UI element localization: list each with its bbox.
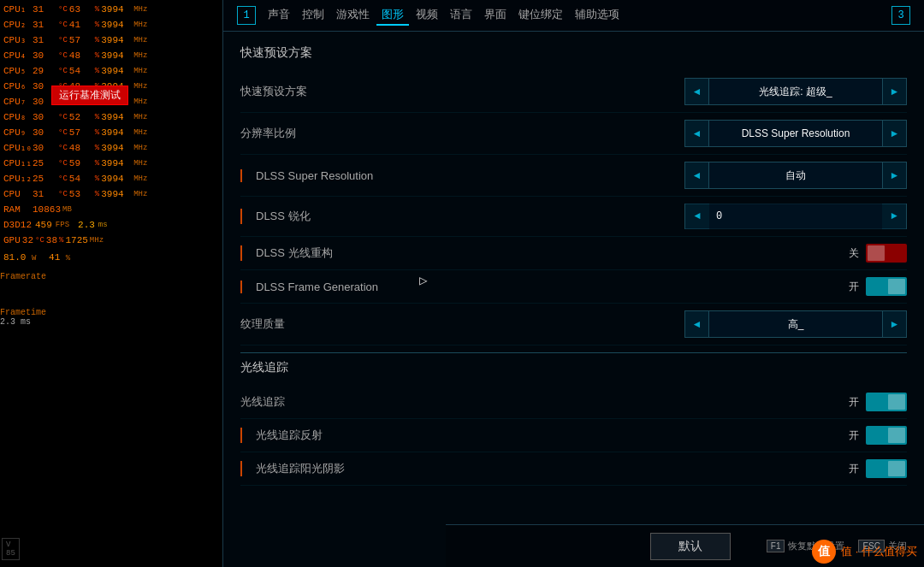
rt-shadow-label: 光线追踪阳光阴影 bbox=[240, 461, 345, 476]
default-button[interactable]: 默认 bbox=[650, 533, 731, 560]
cpu-deg: °C bbox=[58, 125, 68, 140]
quick-preset-control[interactable]: ◄ 光线追踪: 超级_ ► bbox=[684, 78, 907, 105]
cpu-label: CPU bbox=[3, 186, 31, 202]
d3d12-label: D3D12 bbox=[3, 217, 32, 233]
cpu-row: CPU₁₀ 30 °C 48 % 3994 MHz bbox=[3, 140, 215, 156]
cpu-label: CPU₃ bbox=[3, 32, 31, 48]
cpu-mhz: 3994 bbox=[101, 32, 132, 48]
cpu-pct-sym: % bbox=[95, 109, 99, 125]
resolution-left-btn[interactable]: ◄ bbox=[685, 121, 709, 146]
cpu-deg: °C bbox=[58, 17, 68, 32]
cpu-deg: °C bbox=[58, 48, 68, 63]
cpu-row: CPU 31 °C 53 % 3994 MHz bbox=[3, 186, 215, 202]
gpu-extra2-unit: % bbox=[66, 254, 70, 263]
cpu-row: CPU₁ 31 °C 63 % 3994 MHz bbox=[3, 2, 215, 17]
cpu-label: CPU₈ bbox=[3, 109, 31, 125]
nav-item-辅助选项[interactable]: 辅助选项 bbox=[570, 5, 625, 26]
dlss-sharp-right-btn[interactable]: ► bbox=[882, 204, 906, 229]
quick-preset-right-btn[interactable]: ► bbox=[882, 79, 906, 104]
nav-item-语言[interactable]: 语言 bbox=[445, 5, 477, 26]
benchmark-badge[interactable]: 运行基准测试 bbox=[51, 86, 128, 105]
dlss-sharp-control[interactable]: ◄ 0 ► bbox=[684, 204, 907, 229]
cpu-mhz-unit: MHz bbox=[133, 186, 147, 202]
dlss-sharp-left-btn[interactable]: ◄ bbox=[685, 204, 709, 229]
resolution-right-btn[interactable]: ► bbox=[882, 121, 906, 146]
cpu-temp: 31 bbox=[33, 186, 56, 202]
settings-panel: 1 声音控制游戏性图形视频语言界面键位绑定辅助选项 3 快速预设方案 快速预设方… bbox=[222, 0, 924, 567]
cpu-temp: 30 bbox=[33, 140, 56, 156]
cpu-deg: °C bbox=[58, 109, 68, 125]
dlss-rr-toggle[interactable] bbox=[866, 244, 907, 263]
dlss-sr-value: 自动 bbox=[709, 162, 882, 188]
dlss-sr-left-btn[interactable]: ◄ bbox=[685, 162, 709, 188]
cpu-deg: °C bbox=[58, 186, 68, 202]
dlss-sr-control[interactable]: ◄ 自动 ► bbox=[684, 162, 907, 189]
cpu-mhz: 3994 bbox=[101, 2, 132, 17]
rt-reflection-toggle[interactable] bbox=[866, 426, 907, 445]
setting-row-dlss-sr: DLSS Super Resolution ◄ 自动 ► bbox=[240, 155, 907, 197]
dlss-fg-toggle[interactable] bbox=[866, 277, 907, 296]
nav-item-游戏性[interactable]: 游戏性 bbox=[331, 5, 375, 26]
resolution-control[interactable]: ◄ DLSS Super Resolution ► bbox=[684, 120, 907, 147]
cpu-pct-sym: % bbox=[95, 32, 99, 48]
nav-bar: 1 声音控制游戏性图形视频语言界面键位绑定辅助选项 3 bbox=[223, 0, 924, 32]
texture-right-btn[interactable]: ► bbox=[882, 311, 906, 337]
cpu-pct-sym: % bbox=[95, 140, 99, 156]
rt-shadow-state: 开 bbox=[849, 462, 859, 476]
cpu-row: CPU₂ 31 °C 41 % 3994 MHz bbox=[3, 17, 215, 32]
cpu-pct-sym: % bbox=[95, 48, 99, 63]
cpu-mhz: 3994 bbox=[101, 186, 132, 202]
nav-item-视频[interactable]: 视频 bbox=[411, 5, 443, 26]
cpu-temp: 31 bbox=[33, 17, 56, 32]
dlss-rr-label: DLSS 光线重构 bbox=[240, 245, 333, 261]
nav-item-图形[interactable]: 图形 bbox=[376, 5, 409, 26]
rt-toggle[interactable] bbox=[866, 393, 907, 411]
dlss-sharp-track[interactable]: 0 bbox=[709, 204, 882, 229]
dlss-rr-toggle-control: 关 bbox=[821, 244, 907, 263]
cpu-pct-sym: % bbox=[95, 171, 99, 186]
rt-shadow-toggle[interactable] bbox=[866, 459, 907, 478]
cpu-mhz-unit: MHz bbox=[133, 171, 147, 186]
cpu-row: CPU₁₂ 25 °C 54 % 3994 MHz bbox=[3, 171, 215, 186]
cpu-label: CPU₆ bbox=[3, 79, 31, 94]
dlss-sr-right-btn[interactable]: ► bbox=[882, 162, 906, 188]
cpu-mhz: 3994 bbox=[101, 156, 132, 171]
cpu-pct-sym: % bbox=[95, 2, 99, 17]
cpu-pct-sym: % bbox=[95, 17, 99, 32]
cpu-pct: 57 bbox=[69, 32, 93, 48]
setting-row-rt-reflection: 光线追踪反射 开 bbox=[240, 419, 907, 452]
cpu-label: CPU₁₂ bbox=[3, 171, 31, 186]
nav-item-控制[interactable]: 控制 bbox=[297, 5, 329, 26]
texture-control[interactable]: ◄ 高_ ► bbox=[684, 310, 907, 338]
dlss-sr-label: DLSS Super Resolution bbox=[240, 169, 373, 182]
restore-key: F1 bbox=[767, 540, 785, 552]
ram-unit: MB bbox=[62, 202, 72, 217]
version-num: 85 bbox=[6, 549, 15, 558]
cpu-temp: 31 bbox=[33, 2, 56, 17]
rt-reflection-label: 光线追踪反射 bbox=[240, 428, 323, 443]
logo-text: 值 · 什么值得买 bbox=[841, 544, 917, 559]
logo-area: 值 值 · 什么值得买 bbox=[812, 540, 917, 564]
texture-left-btn[interactable]: ◄ bbox=[685, 311, 709, 337]
rt-reflection-control: 开 bbox=[821, 426, 907, 445]
quick-preset-left-btn[interactable]: ◄ bbox=[685, 79, 709, 104]
dlss-fg-state-label: 开 bbox=[849, 280, 859, 294]
setting-row-texture: 纹理质量 ◄ 高_ ► bbox=[240, 304, 907, 346]
cpu-temp: 31 bbox=[33, 32, 56, 48]
cpu-label: CPU₁ bbox=[3, 2, 31, 17]
cpu-mhz: 3994 bbox=[101, 140, 132, 156]
nav-item-键位绑定[interactable]: 键位绑定 bbox=[513, 5, 568, 26]
cpu-pct: 63 bbox=[69, 2, 93, 17]
cpu-row: CPU₈ 30 °C 52 % 3994 MHz bbox=[3, 109, 215, 125]
nav-item-声音[interactable]: 声音 bbox=[263, 5, 295, 26]
quick-preset-value: 光线追踪: 超级_ bbox=[709, 79, 882, 104]
rt-shadow-knob bbox=[888, 461, 905, 476]
cpu-mhz-unit: MHz bbox=[133, 79, 147, 94]
rt-reflection-knob bbox=[888, 428, 905, 443]
texture-value: 高_ bbox=[709, 311, 882, 337]
version-v: V bbox=[6, 540, 15, 549]
nav-item-界面[interactable]: 界面 bbox=[479, 5, 512, 26]
cpu-deg: °C bbox=[58, 156, 68, 171]
gpu-pct-sym: % bbox=[59, 233, 63, 248]
cpu-temp: 30 bbox=[33, 109, 56, 125]
